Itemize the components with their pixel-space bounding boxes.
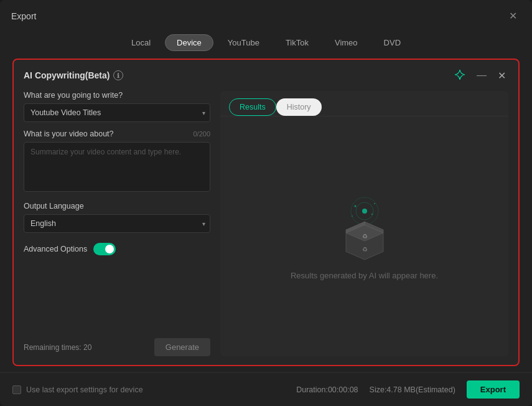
ai-inner: What are you going to write? Youtube Vid… [24,91,508,356]
footer-right: Duration:00:00:08 Size:4.78 MB(Estimated… [296,380,520,399]
output-field-group: Output Language English Spanish French G… [24,202,210,233]
results-tabs: Results History [220,91,508,116]
tab-results[interactable]: Results [229,98,276,116]
tab-tiktok[interactable]: TikTok [274,34,320,51]
results-body: ♻ ♻ Results generated by AI will appear … [220,116,508,356]
ai-panel: AI Copywriting(Beta) ℹ — ✕ [12,59,520,366]
generate-button[interactable]: Generate [154,338,210,356]
window-close-button[interactable]: ✕ [505,9,521,23]
export-button[interactable]: Export [467,380,520,399]
tab-youtube[interactable]: YouTube [216,34,271,51]
write-dropdown-wrapper: Youtube Video Titles Youtube Description… [24,103,210,122]
advanced-options-toggle[interactable] [93,243,116,255]
advanced-options-row: Advanced Options [24,243,210,255]
ai-minimize-button[interactable]: — [474,70,489,81]
output-dropdown-wrapper: English Spanish French German ▾ [24,214,210,233]
ai-star-button[interactable] [452,68,468,82]
right-panel: Results History [220,91,508,356]
video-label-row: What is your video about? 0/200 [24,130,210,138]
svg-point-5 [371,214,372,215]
output-field-label: Output Language [24,202,210,210]
ai-panel-header: AI Copywriting(Beta) ℹ — ✕ [24,68,508,82]
video-field-label: What is your video about? [24,130,114,138]
ai-panel-title-text: AI Copywriting(Beta) [24,70,110,80]
tab-vimeo[interactable]: Vimeo [323,34,370,51]
footer-left: Use last export settings for device [12,385,143,394]
write-dropdown[interactable]: Youtube Video Titles Youtube Description… [24,103,210,122]
tab-local[interactable]: Local [119,34,162,51]
ai-panel-actions: — ✕ [452,68,508,82]
footer: Use last export settings for device Dura… [0,372,532,406]
ai-placeholder-icon: ♻ ♻ [327,192,402,261]
size-info: Size:4.78 MB(Estimated) [370,385,455,394]
svg-point-3 [354,205,356,207]
output-dropdown[interactable]: English Spanish French German [24,214,210,233]
advanced-options-label: Advanced Options [24,245,87,253]
ai-panel-title: AI Copywriting(Beta) ℹ [24,70,123,80]
svg-point-6 [352,215,353,217]
char-count: 0/200 [193,130,210,138]
ai-close-button[interactable]: ✕ [495,70,508,82]
remaining-times: Remaining times: 20 [24,343,91,352]
video-textarea[interactable] [24,142,210,192]
video-field-group: What is your video about? 0/200 [24,130,210,194]
results-placeholder-text: Results generated by AI will appear here… [291,271,438,280]
tab-dvd[interactable]: DVD [372,34,413,51]
write-field-group: What are you going to write? Youtube Vid… [24,91,210,122]
bottom-bar-left: Remaining times: 20 Generate [24,332,210,356]
left-panel: What are you going to write? Youtube Vid… [24,91,210,356]
info-icon[interactable]: ℹ [113,70,123,80]
last-export-checkbox[interactable] [12,385,21,394]
svg-point-4 [374,203,375,204]
export-window: Export ✕ Local Device YouTube TikTok Vim… [0,0,532,406]
toggle-knob [105,245,114,253]
main-content: AI Copywriting(Beta) ℹ — ✕ [0,59,532,366]
tab-device[interactable]: Device [165,34,213,51]
duration-info: Duration:00:00:08 [296,385,358,394]
write-field-label: What are you going to write? [24,91,210,100]
tabs-row: Local Device YouTube TikTok Vimeo DVD [0,29,532,59]
svg-text:♻: ♻ [362,233,367,240]
title-bar: Export ✕ [0,0,532,29]
last-export-label: Use last export settings for device [26,385,143,394]
svg-point-2 [362,209,367,214]
window-title: Export [11,11,36,21]
tab-history[interactable]: History [276,98,322,116]
svg-text:♻: ♻ [362,246,367,253]
